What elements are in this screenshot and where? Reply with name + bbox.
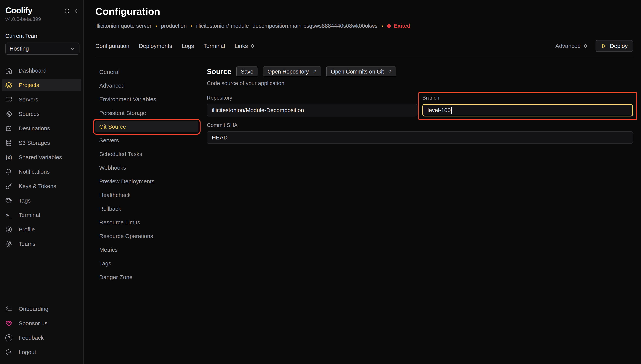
git-source-icon [5, 110, 13, 118]
status-badge: Exited [387, 23, 410, 29]
tab-configuration[interactable]: Configuration [96, 43, 129, 49]
subnav-item-webhooks[interactable]: Webhooks [96, 162, 198, 173]
bell-icon [5, 168, 13, 175]
breadcrumb-chevron-icon: › [155, 23, 157, 29]
section-description: Code source of your application. [207, 80, 633, 86]
annotation-box-branch: Branch level-100 [418, 92, 637, 120]
main-content: Configuration illicitonion quote server … [84, 0, 641, 364]
sidebar-item-tags[interactable]: Tags [2, 194, 81, 207]
breadcrumb-chevron-icon: › [191, 23, 192, 29]
repository-field: Repository illicitestonion/Module-Decomp… [207, 95, 417, 116]
subnav-item-healthcheck[interactable]: Healthcheck [96, 190, 198, 200]
chevrons-up-down-icon [250, 44, 255, 48]
user-circle-icon [5, 226, 13, 233]
tab-deployments[interactable]: Deployments [139, 43, 172, 49]
sidebar-item-destinations[interactable]: Destinations [2, 122, 81, 134]
subnav-item-resource-limits[interactable]: Resource Limits [96, 217, 198, 228]
play-icon [601, 43, 606, 49]
configuration-subnav: General Advanced Environment Variables P… [96, 66, 198, 285]
breadcrumb-application[interactable]: illicitestonion/-module--decomposition:m… [196, 23, 378, 29]
sidebar-item-notifications[interactable]: Notifications [2, 166, 81, 178]
subnav-item-tags[interactable]: Tags [96, 258, 198, 269]
sidebar: Coolify v4.0.0-beta.399 Current Team Hos… [0, 0, 84, 364]
database-icon [5, 139, 13, 146]
status-dot-icon [387, 24, 391, 28]
tab-logs[interactable]: Logs [182, 43, 194, 49]
checklist-icon [5, 305, 13, 312]
sidebar-footer-nav: Onboarding Sponsor us ? Feedback Logout [2, 303, 81, 360]
branch-label: Branch [422, 95, 633, 101]
team-select[interactable]: Hosting [5, 42, 80, 55]
subnav-item-git-source[interactable]: Git Source [96, 121, 198, 132]
subnav-item-rollback[interactable]: Rollback [96, 203, 198, 214]
app-version: v4.0.0-beta.399 [2, 16, 81, 22]
variable-icon: (x) [5, 154, 13, 160]
subnav-item-persistent-storage[interactable]: Persistent Storage [96, 108, 198, 118]
status-label: Exited [394, 23, 410, 29]
page-title: Configuration [96, 6, 633, 17]
terminal-icon: >_ [5, 212, 13, 218]
users-icon [5, 240, 13, 248]
sidebar-item-keys-tokens[interactable]: Keys & Tokens [2, 180, 81, 192]
commit-sha-field: Commit SHA HEAD [207, 122, 633, 144]
branch-input[interactable]: level-100 [422, 104, 633, 116]
sidebar-item-profile[interactable]: Profile [2, 224, 81, 236]
breadcrumb-environment[interactable]: production [161, 23, 187, 29]
layers-icon [5, 82, 13, 89]
heart-icon [5, 320, 13, 327]
open-commits-button[interactable]: Open Commits on Git ↗ [326, 66, 396, 77]
sidebar-item-s3-storages[interactable]: S3 Storages [2, 137, 81, 149]
sidebar-item-logout[interactable]: Logout [2, 346, 81, 358]
chevrons-up-down-icon[interactable] [74, 8, 80, 14]
sidebar-item-servers[interactable]: Servers [2, 94, 81, 106]
commit-sha-label: Commit SHA [207, 122, 633, 128]
deploy-button[interactable]: Deploy [595, 40, 633, 52]
sidebar-nav: Dashboard Projects Servers Sources Desti… [2, 64, 81, 252]
sidebar-item-teams[interactable]: Teams [2, 238, 81, 250]
sidebar-item-shared-variables[interactable]: (x) Shared Variables [2, 151, 81, 164]
app-logo: Coolify [5, 6, 32, 15]
advanced-toggle[interactable]: Advanced [555, 43, 588, 49]
home-icon [5, 67, 13, 74]
tags-icon [5, 197, 13, 204]
subnav-item-general[interactable]: General [96, 66, 198, 78]
git-source-section: Source Save Open Repository ↗ Open Commi… [207, 66, 633, 144]
sidebar-item-onboarding[interactable]: Onboarding [2, 303, 81, 315]
map-icon [5, 125, 13, 132]
tab-terminal[interactable]: Terminal [204, 43, 225, 49]
subnav-item-danger-zone[interactable]: Danger Zone [96, 272, 198, 283]
tab-links[interactable]: Links [235, 43, 255, 49]
help-circle-icon: ? [5, 334, 13, 342]
sidebar-item-sponsor-us[interactable]: Sponsor us [2, 317, 81, 330]
sidebar-item-projects[interactable]: Projects [2, 79, 81, 91]
theme-sun-icon[interactable] [64, 8, 70, 14]
chevrons-up-down-icon [583, 44, 588, 48]
section-title: Source [207, 68, 231, 76]
subnav-item-servers[interactable]: Servers [96, 135, 198, 146]
subnav-item-metrics[interactable]: Metrics [96, 244, 198, 255]
team-select-value: Hosting [10, 46, 29, 52]
open-repository-button[interactable]: Open Repository ↗ [263, 66, 321, 77]
sidebar-item-feedback[interactable]: ? Feedback [2, 332, 81, 344]
subnav-item-scheduled-tasks[interactable]: Scheduled Tasks [96, 148, 198, 160]
logout-icon [5, 348, 13, 356]
sidebar-item-terminal[interactable]: >_ Terminal [2, 209, 81, 221]
breadcrumb-project[interactable]: illicitonion quote server [96, 23, 152, 29]
external-link-icon: ↗ [313, 69, 317, 75]
save-button[interactable]: Save [236, 66, 258, 77]
tabs-divider [96, 57, 633, 57]
sidebar-item-dashboard[interactable]: Dashboard [2, 64, 81, 77]
subnav-item-resource-operations[interactable]: Resource Operations [96, 231, 198, 242]
breadcrumb: illicitonion quote server › production ›… [96, 23, 633, 29]
subnav-item-environment-variables[interactable]: Environment Variables [96, 94, 198, 105]
external-link-icon: ↗ [388, 69, 392, 75]
subnav-item-preview-deployments[interactable]: Preview Deployments [96, 176, 198, 187]
repository-label: Repository [207, 95, 417, 101]
sidebar-item-sources[interactable]: Sources [2, 108, 81, 120]
repository-input[interactable]: illicitestonion/Module-Decomposition [207, 104, 417, 116]
subnav-item-advanced[interactable]: Advanced [96, 80, 198, 91]
tabs-row: Configuration Deployments Logs Terminal … [96, 40, 633, 52]
current-team-label: Current Team [2, 33, 81, 39]
server-icon [5, 96, 13, 103]
commit-sha-input[interactable]: HEAD [207, 131, 633, 144]
